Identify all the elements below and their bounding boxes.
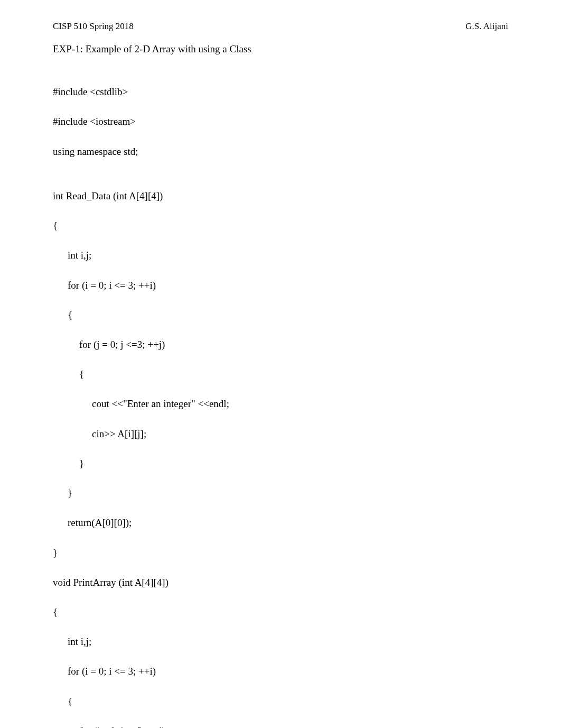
code-line: {	[53, 308, 508, 322]
code-line: int i,j;	[53, 634, 508, 649]
header-left: CISP 510 Spring 2018	[53, 21, 134, 32]
document-title: EXP-1: Example of 2-D Array with using a…	[53, 43, 508, 55]
code-line: int i,j;	[53, 248, 508, 263]
code-line: {	[53, 218, 508, 233]
code-line: for (j = 0; j <=3; ++j)	[53, 337, 508, 352]
code-line: for (j = 0; j <=3; ++j)	[53, 724, 508, 728]
code-line: }	[53, 546, 508, 560]
code-line: return(A[0][0]);	[53, 515, 508, 530]
code-line: for (i = 0; i <= 3; ++i)	[53, 278, 508, 293]
code-line: for (i = 0; i <= 3; ++i)	[53, 664, 508, 679]
code-line: cout <<"Enter an integer" <<endl;	[53, 397, 508, 411]
code-block: #include <cstdlib> #include <iostream> u…	[53, 70, 508, 728]
code-line: }	[53, 456, 508, 471]
code-line: }	[53, 486, 508, 501]
page: CISP 510 Spring 2018 G.S. Alijani EXP-1:…	[0, 0, 561, 728]
code-line: using namespace std;	[53, 144, 508, 159]
header-right: G.S. Alijani	[465, 21, 508, 32]
code-line: {	[53, 694, 508, 709]
code-line: #include <iostream>	[53, 114, 508, 129]
code-line: cin>> A[i][j];	[53, 427, 508, 441]
code-line: {	[53, 605, 508, 620]
code-line: #include <cstdlib>	[53, 85, 508, 99]
code-line: {	[53, 367, 508, 382]
page-header: CISP 510 Spring 2018 G.S. Alijani	[53, 21, 508, 32]
code-line: int Read_Data (int A[4][4])	[53, 189, 508, 204]
code-line: void PrintArray (int A[4][4])	[53, 575, 508, 590]
